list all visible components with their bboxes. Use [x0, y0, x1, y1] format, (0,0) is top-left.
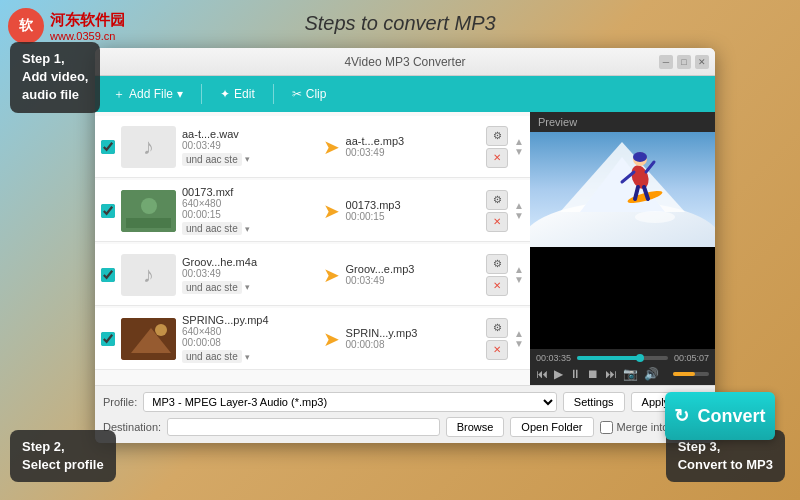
item-down-4[interactable]: ▼ — [514, 339, 524, 349]
item-down-2[interactable]: ▼ — [514, 211, 524, 221]
volume-fill — [673, 372, 695, 376]
item-delete-4[interactable]: ✕ — [486, 340, 508, 360]
merge-checkbox[interactable] — [600, 421, 613, 434]
file-output-4: SPRIN...y.mp3 00:00:08 — [346, 327, 481, 350]
file-checkbox-3[interactable] — [101, 268, 115, 282]
time-total: 00:05:07 — [674, 353, 709, 363]
convert-arrow-3: ➤ — [323, 263, 340, 287]
convert-button[interactable]: ↻ Convert — [665, 392, 775, 440]
item-up-4[interactable]: ▲ — [514, 329, 524, 339]
item-actions-1: ⚙ ✕ — [486, 126, 508, 168]
file-thumbnail-2 — [121, 190, 176, 232]
browse-button[interactable]: Browse — [446, 417, 505, 437]
file-item-3: ♪ Groov...he.m4a 00:03:49 und aac ste ▾ … — [95, 244, 530, 306]
toolbar-separator — [201, 84, 202, 104]
settings-button[interactable]: Settings — [563, 392, 625, 412]
format-tag-3: und aac ste — [182, 281, 242, 294]
item-delete-3[interactable]: ✕ — [486, 276, 508, 296]
file-thumbnail-3: ♪ — [121, 254, 176, 296]
file-source-name-4: SPRING...py.mp4 — [182, 314, 317, 326]
item-settings-3[interactable]: ⚙ — [486, 254, 508, 274]
toolbar-separator-2 — [273, 84, 274, 104]
destination-row: Destination: Browse Open Folder Merge in… — [103, 417, 707, 437]
page-title: Steps to convert MP3 — [304, 12, 495, 35]
stop-button[interactable]: ⏹ — [587, 367, 599, 381]
file-info-1: aa-t...e.wav 00:03:49 und aac ste ▾ — [182, 128, 317, 166]
item-settings-2[interactable]: ⚙ — [486, 190, 508, 210]
file-output-name-4: SPRIN...y.mp3 — [346, 327, 481, 339]
item-up-1[interactable]: ▲ — [514, 137, 524, 147]
file-output-time-3: 00:03:49 — [346, 275, 481, 286]
clip-button[interactable]: ✂ Clip — [282, 83, 337, 105]
add-icon: ＋ — [113, 86, 125, 103]
progress-bar[interactable] — [577, 356, 668, 360]
skip-forward-button[interactable]: ⏭ — [605, 367, 617, 381]
item-actions-4: ⚙ ✕ — [486, 318, 508, 360]
minimize-button[interactable]: ─ — [659, 55, 673, 69]
watermark-url: www.0359.cn — [50, 30, 125, 42]
maximize-button[interactable]: □ — [677, 55, 691, 69]
convert-icon: ↻ — [674, 405, 689, 427]
progress-dot — [636, 354, 644, 362]
file-item-1: ♪ aa-t...e.wav 00:03:49 und aac ste ▾ ➤ … — [95, 116, 530, 178]
playback-controls-row: ⏮ ▶ ⏸ ⏹ ⏭ 📷 🔊 — [536, 367, 709, 381]
file-source-time-3: 00:03:49 — [182, 268, 317, 279]
item-down-1[interactable]: ▼ — [514, 147, 524, 157]
file-source-res-2: 640×480 — [182, 198, 317, 209]
time-current: 00:03:35 — [536, 353, 571, 363]
item-delete-2[interactable]: ✕ — [486, 212, 508, 232]
file-output-3: Groov...e.mp3 00:03:49 — [346, 263, 481, 286]
file-source-time-1: 00:03:49 — [182, 140, 317, 151]
item-actions-2: ⚙ ✕ — [486, 190, 508, 232]
file-checkbox-4[interactable] — [101, 332, 115, 346]
svg-point-5 — [155, 324, 167, 336]
edit-button[interactable]: ✦ Edit — [210, 83, 265, 105]
item-up-2[interactable]: ▲ — [514, 201, 524, 211]
file-output-name-1: aa-t...e.mp3 — [346, 135, 481, 147]
item-down-3[interactable]: ▼ — [514, 275, 524, 285]
destination-input[interactable] — [167, 418, 440, 436]
pause-button[interactable]: ⏸ — [569, 367, 581, 381]
screenshot-button[interactable]: 📷 — [623, 367, 638, 381]
item-settings-4[interactable]: ⚙ — [486, 318, 508, 338]
item-settings-1[interactable]: ⚙ — [486, 126, 508, 146]
file-source-res-4: 640×480 — [182, 326, 317, 337]
file-output-name-2: 00173.mp3 — [346, 199, 481, 211]
file-item-2: 00173.mxf 640×480 00:00:15 und aac ste ▾… — [95, 180, 530, 242]
preview-controls: 00:03:35 00:05:07 ⏮ ▶ ⏸ ⏹ ⏭ 📷 🔊 — [530, 349, 715, 385]
file-info-4: SPRING...py.mp4 640×480 00:00:08 und aac… — [182, 314, 317, 363]
watermark-logo: 软 — [8, 8, 44, 44]
svg-point-1 — [141, 198, 157, 214]
volume-button[interactable]: 🔊 — [644, 367, 659, 381]
svg-point-18 — [635, 211, 675, 223]
file-info-3: Groov...he.m4a 00:03:49 und aac ste ▾ — [182, 256, 317, 294]
item-up-3[interactable]: ▲ — [514, 265, 524, 275]
open-folder-button[interactable]: Open Folder — [510, 417, 593, 437]
file-thumbnail-1: ♪ — [121, 126, 176, 168]
profile-label: Profile: — [103, 396, 137, 408]
convert-arrow-1: ➤ — [323, 135, 340, 159]
convert-arrow-2: ➤ — [323, 199, 340, 223]
step1-annotation: Step 1, Add video, audio file — [10, 42, 100, 113]
format-dropdown-icon-3: ▾ — [245, 282, 250, 292]
file-checkbox-2[interactable] — [101, 204, 115, 218]
file-source-name-3: Groov...he.m4a — [182, 256, 317, 268]
time-bar-row: 00:03:35 00:05:07 — [536, 353, 709, 363]
file-output-time-1: 00:03:49 — [346, 147, 481, 158]
profile-select[interactable]: MP3 - MPEG Layer-3 Audio (*.mp3) — [143, 392, 557, 412]
file-checkbox-1[interactable] — [101, 140, 115, 154]
item-chevrons-2: ▲ ▼ — [514, 201, 524, 221]
convert-section: ↻ Convert — [665, 392, 775, 440]
play-button[interactable]: ▶ — [554, 367, 563, 381]
app-title: 4Video MP3 Converter — [344, 55, 465, 69]
file-info-2: 00173.mxf 640×480 00:00:15 und aac ste ▾ — [182, 186, 317, 235]
format-dropdown-icon-2: ▾ — [245, 224, 250, 234]
add-file-button[interactable]: ＋ Add File ▾ — [103, 82, 193, 107]
skip-back-button[interactable]: ⏮ — [536, 367, 548, 381]
window-controls: ─ □ ✕ — [659, 55, 709, 69]
file-source-time-4: 00:00:08 — [182, 337, 317, 348]
step2-annotation: Step 2, Select profile — [10, 430, 116, 482]
close-button[interactable]: ✕ — [695, 55, 709, 69]
item-delete-1[interactable]: ✕ — [486, 148, 508, 168]
item-chevrons-3: ▲ ▼ — [514, 265, 524, 285]
